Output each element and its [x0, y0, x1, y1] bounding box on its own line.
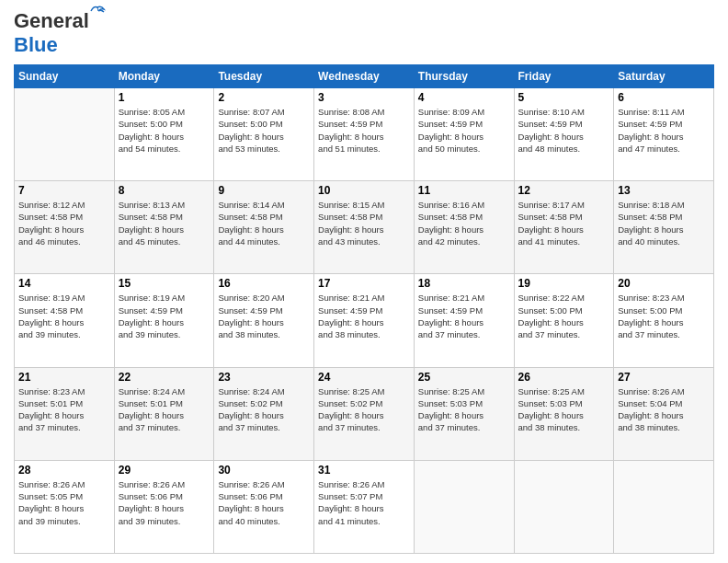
day-info: Sunrise: 8:12 AM Sunset: 4:58 PM Dayligh…: [18, 199, 110, 247]
weekday-saturday: Saturday: [614, 65, 714, 88]
day-info: Sunrise: 8:23 AM Sunset: 5:01 PM Dayligh…: [18, 385, 110, 434]
day-info: Sunrise: 8:15 AM Sunset: 4:58 PM Dayligh…: [318, 199, 410, 247]
day-number: 18: [418, 277, 510, 290]
day-info: Sunrise: 8:09 AM Sunset: 4:59 PM Dayligh…: [418, 106, 510, 155]
weekday-header-row: SundayMondayTuesdayWednesdayThursdayFrid…: [15, 65, 714, 88]
calendar-cell: 6Sunrise: 8:11 AM Sunset: 4:59 PM Daylig…: [614, 88, 714, 181]
day-number: 1: [119, 91, 210, 104]
calendar-table: SundayMondayTuesdayWednesdayThursdayFrid…: [14, 64, 714, 554]
day-info: Sunrise: 8:17 AM Sunset: 4:58 PM Dayligh…: [518, 199, 610, 247]
day-number: 15: [119, 277, 210, 290]
calendar-cell: 29Sunrise: 8:26 AM Sunset: 5:06 PM Dayli…: [114, 460, 214, 553]
day-info: Sunrise: 8:26 AM Sunset: 5:06 PM Dayligh…: [119, 478, 210, 527]
day-info: Sunrise: 8:21 AM Sunset: 4:59 PM Dayligh…: [318, 292, 410, 340]
calendar-cell: 17Sunrise: 8:21 AM Sunset: 4:59 PM Dayli…: [314, 274, 415, 367]
calendar-cell: 4Sunrise: 8:09 AM Sunset: 4:59 PM Daylig…: [414, 88, 514, 181]
weekday-wednesday: Wednesday: [314, 65, 415, 88]
calendar-cell: [614, 460, 714, 553]
week-row-4: 21Sunrise: 8:23 AM Sunset: 5:01 PM Dayli…: [15, 367, 714, 460]
day-info: Sunrise: 8:25 AM Sunset: 5:03 PM Dayligh…: [418, 385, 510, 434]
day-number: 29: [119, 464, 210, 477]
day-number: 22: [119, 371, 210, 384]
day-number: 2: [218, 91, 310, 104]
day-info: Sunrise: 8:21 AM Sunset: 4:59 PM Dayligh…: [418, 292, 510, 340]
calendar-cell: 9Sunrise: 8:14 AM Sunset: 4:58 PM Daylig…: [214, 181, 314, 274]
day-info: Sunrise: 8:07 AM Sunset: 5:00 PM Dayligh…: [218, 106, 310, 155]
day-info: Sunrise: 8:13 AM Sunset: 4:58 PM Dayligh…: [119, 199, 210, 247]
calendar-cell: 1Sunrise: 8:05 AM Sunset: 5:00 PM Daylig…: [114, 88, 214, 181]
calendar-cell: [15, 88, 115, 181]
day-number: 24: [318, 371, 410, 384]
calendar-cell: 26Sunrise: 8:25 AM Sunset: 5:03 PM Dayli…: [514, 367, 614, 460]
day-number: 30: [218, 464, 310, 477]
calendar-cell: 23Sunrise: 8:24 AM Sunset: 5:02 PM Dayli…: [214, 367, 314, 460]
logo-blue: Blue: [14, 33, 58, 57]
calendar-cell: 5Sunrise: 8:10 AM Sunset: 4:59 PM Daylig…: [514, 88, 614, 181]
weekday-friday: Friday: [514, 65, 614, 88]
day-number: 10: [318, 184, 410, 197]
day-info: Sunrise: 8:10 AM Sunset: 4:59 PM Dayligh…: [518, 106, 610, 155]
weekday-monday: Monday: [114, 65, 214, 88]
day-number: 23: [218, 371, 310, 384]
day-info: Sunrise: 8:26 AM Sunset: 5:04 PM Dayligh…: [618, 385, 710, 434]
day-number: 3: [318, 91, 410, 104]
calendar-cell: [414, 460, 514, 553]
calendar-cell: 3Sunrise: 8:08 AM Sunset: 4:59 PM Daylig…: [314, 88, 415, 181]
calendar-cell: 11Sunrise: 8:16 AM Sunset: 4:58 PM Dayli…: [414, 181, 514, 274]
day-info: Sunrise: 8:19 AM Sunset: 4:58 PM Dayligh…: [18, 292, 110, 340]
logo-bird-icon: [89, 4, 106, 17]
day-number: 28: [18, 464, 110, 477]
page: General Blue SundayMondayTuesdayWednesda…: [0, 0, 728, 563]
calendar-cell: 16Sunrise: 8:20 AM Sunset: 4:59 PM Dayli…: [214, 274, 314, 367]
week-row-5: 28Sunrise: 8:26 AM Sunset: 5:05 PM Dayli…: [15, 460, 714, 553]
logo: General Blue: [14, 9, 89, 57]
day-info: Sunrise: 8:20 AM Sunset: 4:59 PM Dayligh…: [218, 292, 310, 340]
calendar-cell: 19Sunrise: 8:22 AM Sunset: 5:00 PM Dayli…: [514, 274, 614, 367]
day-number: 26: [518, 371, 610, 384]
day-number: 12: [518, 184, 610, 197]
calendar-cell: 2Sunrise: 8:07 AM Sunset: 5:00 PM Daylig…: [214, 88, 314, 181]
calendar-cell: 14Sunrise: 8:19 AM Sunset: 4:58 PM Dayli…: [15, 274, 115, 367]
day-info: Sunrise: 8:19 AM Sunset: 4:59 PM Dayligh…: [119, 292, 210, 340]
calendar-cell: [514, 460, 614, 553]
calendar-cell: 21Sunrise: 8:23 AM Sunset: 5:01 PM Dayli…: [15, 367, 115, 460]
logo-general: General: [14, 9, 89, 32]
day-number: 11: [418, 184, 510, 197]
day-info: Sunrise: 8:24 AM Sunset: 5:02 PM Dayligh…: [218, 385, 310, 434]
day-info: Sunrise: 8:26 AM Sunset: 5:07 PM Dayligh…: [318, 478, 410, 527]
calendar-cell: 30Sunrise: 8:26 AM Sunset: 5:06 PM Dayli…: [214, 460, 314, 553]
calendar-cell: 27Sunrise: 8:26 AM Sunset: 5:04 PM Dayli…: [614, 367, 714, 460]
calendar-cell: 25Sunrise: 8:25 AM Sunset: 5:03 PM Dayli…: [414, 367, 514, 460]
day-number: 25: [418, 371, 510, 384]
day-number: 20: [618, 277, 710, 290]
calendar-cell: 10Sunrise: 8:15 AM Sunset: 4:58 PM Dayli…: [314, 181, 415, 274]
day-info: Sunrise: 8:05 AM Sunset: 5:00 PM Dayligh…: [119, 106, 210, 155]
day-number: 6: [618, 91, 710, 104]
day-number: 5: [518, 91, 610, 104]
day-info: Sunrise: 8:22 AM Sunset: 5:00 PM Dayligh…: [518, 292, 610, 340]
day-number: 19: [518, 277, 610, 290]
week-row-3: 14Sunrise: 8:19 AM Sunset: 4:58 PM Dayli…: [15, 274, 714, 367]
calendar-cell: 13Sunrise: 8:18 AM Sunset: 4:58 PM Dayli…: [614, 181, 714, 274]
calendar-cell: 22Sunrise: 8:24 AM Sunset: 5:01 PM Dayli…: [114, 367, 214, 460]
day-number: 27: [618, 371, 710, 384]
day-number: 9: [218, 184, 310, 197]
day-number: 13: [618, 184, 710, 197]
calendar-cell: 8Sunrise: 8:13 AM Sunset: 4:58 PM Daylig…: [114, 181, 214, 274]
day-info: Sunrise: 8:24 AM Sunset: 5:01 PM Dayligh…: [119, 385, 210, 434]
day-info: Sunrise: 8:16 AM Sunset: 4:58 PM Dayligh…: [418, 199, 510, 247]
calendar-cell: 28Sunrise: 8:26 AM Sunset: 5:05 PM Dayli…: [15, 460, 115, 553]
day-info: Sunrise: 8:25 AM Sunset: 5:03 PM Dayligh…: [518, 385, 610, 434]
day-number: 8: [119, 184, 210, 197]
weekday-tuesday: Tuesday: [214, 65, 314, 88]
calendar-cell: 31Sunrise: 8:26 AM Sunset: 5:07 PM Dayli…: [314, 460, 415, 553]
day-number: 17: [318, 277, 410, 290]
day-info: Sunrise: 8:25 AM Sunset: 5:02 PM Dayligh…: [318, 385, 410, 434]
day-info: Sunrise: 8:08 AM Sunset: 4:59 PM Dayligh…: [318, 106, 410, 155]
calendar-cell: 24Sunrise: 8:25 AM Sunset: 5:02 PM Dayli…: [314, 367, 415, 460]
calendar-cell: 12Sunrise: 8:17 AM Sunset: 4:58 PM Dayli…: [514, 181, 614, 274]
calendar-cell: 18Sunrise: 8:21 AM Sunset: 4:59 PM Dayli…: [414, 274, 514, 367]
day-info: Sunrise: 8:18 AM Sunset: 4:58 PM Dayligh…: [618, 199, 710, 247]
calendar-cell: 15Sunrise: 8:19 AM Sunset: 4:59 PM Dayli…: [114, 274, 214, 367]
weekday-sunday: Sunday: [15, 65, 115, 88]
